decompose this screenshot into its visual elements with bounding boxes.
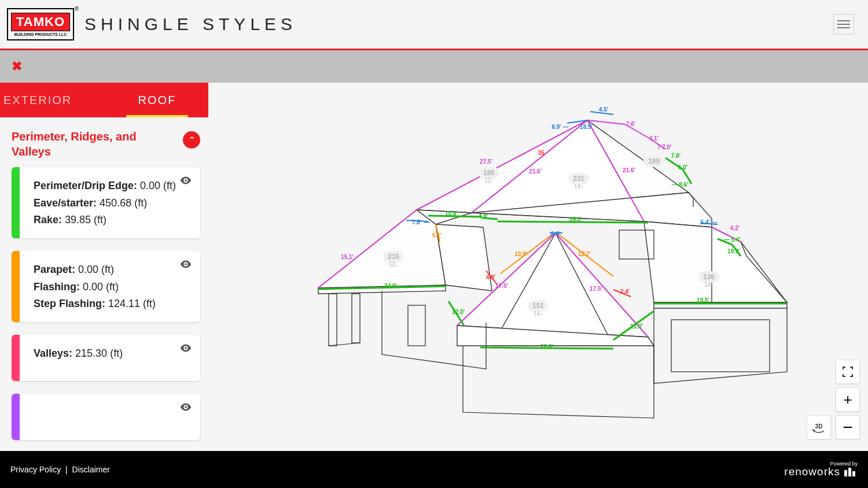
measurement-label: 4.1' bbox=[649, 135, 659, 142]
logo-top-text: TAMKO bbox=[11, 13, 70, 31]
section-title: Perimeter, Ridges, and Valleys bbox=[12, 129, 145, 159]
measurement-card[interactable]: Parapet: 0.00 (ft)Flashing: 0.00 (ft)Ste… bbox=[12, 251, 200, 322]
roof-area-pitch: 12↓ bbox=[484, 178, 494, 184]
svg-rect-14 bbox=[352, 294, 360, 343]
measurement-label: 12.7' bbox=[578, 251, 591, 257]
sidebar-scroll[interactable]: Perimeter, Ridges, and Valleys ⌃ Perimet… bbox=[0, 117, 208, 451]
tab-roof[interactable]: ROOF bbox=[106, 83, 208, 117]
close-icon[interactable]: ✖ bbox=[12, 59, 22, 74]
app-header: ® TAMKO BUILDING PRODUCTS LLC SHINGLE ST… bbox=[0, 0, 868, 49]
measurement-label: 7.8' bbox=[412, 219, 421, 225]
card-row: Valleys: 215.30 (ft) bbox=[34, 345, 191, 363]
svg-line-22 bbox=[587, 120, 625, 124]
zoom-out-button[interactable]: − bbox=[836, 415, 860, 439]
sidebar-tabs: EXTERIOR ROOF bbox=[0, 83, 208, 117]
menu-button[interactable] bbox=[833, 14, 854, 35]
measurement-label: 7.6' bbox=[626, 121, 635, 127]
measurement-label: 22.6' bbox=[540, 343, 553, 350]
roof-area-pitch: 14↓ bbox=[534, 310, 543, 317]
footer-links: Privacy Policy | Disclaimer bbox=[10, 465, 110, 474]
svg-rect-17 bbox=[671, 320, 770, 372]
roof-area-label: 189 bbox=[648, 157, 660, 165]
card-row-label: Eave/starter: bbox=[34, 197, 97, 209]
card-color-stripe bbox=[12, 335, 20, 381]
card-row-label: Rake: bbox=[34, 214, 62, 225]
card-body: Parapet: 0.00 (ft)Flashing: 0.00 (ft)Ste… bbox=[20, 251, 200, 322]
registered-mark: ® bbox=[75, 6, 79, 12]
measurement-label: 4.5' bbox=[599, 106, 608, 113]
roof-svg: 23114↓18612↓18921612↓15114↓13614↓ 4.5'6.… bbox=[208, 83, 868, 435]
svg-line-15 bbox=[329, 343, 360, 346]
zoom-in-button[interactable]: + bbox=[836, 387, 860, 412]
svg-rect-58 bbox=[844, 470, 847, 476]
card-color-stripe bbox=[12, 394, 20, 440]
app-footer: Privacy Policy | Disclaimer Powered by r… bbox=[0, 451, 868, 488]
card-row-label: Parapet: bbox=[34, 264, 75, 275]
roof-area-label: 136 bbox=[703, 273, 715, 281]
card-row-value: 0.00 (ft) bbox=[140, 180, 176, 191]
measurement-label: 21.6' bbox=[529, 168, 542, 175]
card-color-stripe bbox=[12, 251, 20, 322]
svg-rect-16 bbox=[408, 305, 425, 346]
card-row-value: 450.68 (ft) bbox=[100, 197, 147, 209]
measurement-label: 15.1' bbox=[341, 254, 354, 260]
disclaimer-link[interactable]: Disclaimer bbox=[72, 465, 110, 474]
roof-area-label: 151 bbox=[532, 302, 544, 310]
card-body bbox=[20, 394, 200, 440]
roof-area-pitch: 14↓ bbox=[574, 183, 583, 190]
roof-canvas[interactable]: 23114↓18612↓18921612↓15114↓13614↓ 4.5'6.… bbox=[208, 83, 868, 451]
tab-exterior[interactable]: EXTERIOR bbox=[0, 83, 106, 117]
view-controls: 3D + − bbox=[807, 360, 860, 439]
page-title: SHINGLE STYLES bbox=[84, 14, 297, 34]
measurement-label: — 5.4' bbox=[723, 236, 740, 243]
measurement-label: 18.5' bbox=[580, 124, 593, 130]
measurement-label: 4.2' bbox=[730, 225, 740, 231]
measurement-card[interactable]: Valleys: 215.30 (ft) bbox=[12, 335, 200, 381]
card-row-label: Step Flashing: bbox=[34, 298, 105, 309]
powered-by: Powered by renoworks bbox=[784, 461, 858, 478]
card-row-value: 215.30 (ft) bbox=[75, 347, 123, 359]
measurement-label: 10.8' bbox=[445, 210, 458, 217]
collapse-button[interactable]: ⌃ bbox=[183, 131, 200, 149]
measurement-label: — bbox=[424, 219, 430, 225]
card-row: Perimeter/Drip Edge: 0.00 (ft) bbox=[34, 178, 191, 195]
visibility-icon[interactable] bbox=[179, 401, 192, 413]
brand-logo: ® TAMKO BUILDING PRODUCTS LLC bbox=[7, 8, 74, 40]
measurement-label: 2.4' bbox=[620, 289, 630, 295]
measurement-label: 19.9' bbox=[727, 248, 740, 254]
visibility-icon[interactable] bbox=[179, 342, 192, 354]
card-row: Flashing: 0.00 (ft) bbox=[34, 279, 191, 296]
measurement-label: 6.0' bbox=[678, 164, 687, 171]
card-body: Perimeter/Drip Edge: 0.00 (ft)Eave/start… bbox=[20, 167, 200, 238]
measurement-label: 5.4' — bbox=[700, 219, 717, 225]
fullscreen-button[interactable] bbox=[836, 360, 860, 384]
view-3d-button[interactable]: 3D bbox=[807, 415, 831, 439]
svg-text:3D: 3D bbox=[815, 423, 823, 430]
measurement-label: 35 bbox=[538, 150, 545, 156]
logo-bottom-text: BUILDING PRODUCTS LLC bbox=[14, 32, 67, 36]
header-left: ® TAMKO BUILDING PRODUCTS LLC SHINGLE ST… bbox=[7, 8, 297, 40]
section-header: Perimeter, Ridges, and Valleys ⌃ bbox=[12, 129, 200, 159]
svg-rect-13 bbox=[329, 294, 337, 346]
footer-separator: | bbox=[65, 465, 68, 474]
chevron-up-icon: ⌃ bbox=[188, 135, 196, 146]
visibility-icon[interactable] bbox=[179, 258, 192, 271]
card-row-value: 39.85 (ft) bbox=[65, 214, 106, 225]
roof-area-label: 216 bbox=[388, 253, 399, 261]
measurement-card[interactable]: Perimeter/Drip Edge: 0.00 (ft)Eave/start… bbox=[12, 167, 200, 238]
card-color-stripe bbox=[12, 167, 20, 238]
card-row-label: Valleys: bbox=[34, 347, 72, 359]
card-row-value: 124.11 (ft) bbox=[108, 298, 156, 309]
roof-area-label: 186 bbox=[483, 169, 495, 177]
roof-area-pitch: 12↓ bbox=[389, 261, 398, 268]
card-row-value: 0.00 (ft) bbox=[83, 281, 119, 293]
renoworks-icon bbox=[844, 467, 858, 477]
measurement-label: 2.9' bbox=[551, 231, 560, 237]
svg-rect-60 bbox=[852, 471, 855, 476]
visibility-icon[interactable] bbox=[179, 174, 192, 187]
card-row-label: Perimeter/Drip Edge: bbox=[34, 180, 137, 191]
card-row: Eave/starter: 450.68 (ft) bbox=[34, 195, 191, 212]
privacy-link[interactable]: Privacy Policy bbox=[10, 465, 61, 474]
measurement-card[interactable] bbox=[12, 394, 200, 440]
measurement-label: 27.5' bbox=[480, 158, 492, 165]
